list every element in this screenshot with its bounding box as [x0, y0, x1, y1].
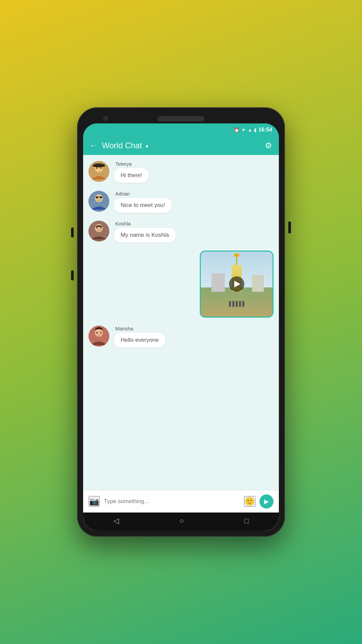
message-sender: Marisha — [114, 326, 165, 331]
message-content: Koshla My name is Koshla — [114, 221, 176, 243]
svg-point-14 — [96, 227, 98, 228]
svg-point-15 — [100, 227, 102, 228]
avatar[interactable] — [88, 221, 109, 241]
play-button[interactable] — [229, 276, 244, 292]
message-row: Teterya Hi there! — [88, 161, 274, 183]
message-bubble[interactable]: Nice to meet you! — [114, 198, 172, 213]
play-triangle-icon — [234, 281, 240, 287]
svg-point-7 — [95, 194, 103, 202]
nav-recent-button[interactable]: □ — [244, 517, 249, 525]
input-bar: 📷 🙂 ▶ — [83, 490, 279, 513]
send-button[interactable]: ▶ — [259, 494, 274, 508]
svg-point-17 — [95, 329, 103, 337]
message-bubble[interactable]: Hello everyone — [114, 333, 165, 347]
message-text: My name is Koshla — [121, 232, 169, 238]
message-bubble[interactable]: My name is Koshla — [114, 228, 176, 243]
nav-home-button[interactable]: ○ — [179, 517, 184, 525]
volume-down-button[interactable] — [71, 270, 74, 280]
message-text: Hello everyone — [121, 337, 159, 343]
speaker-grill — [158, 116, 204, 121]
avatar[interactable] — [88, 326, 109, 346]
message-input[interactable] — [104, 498, 240, 505]
message-bubble[interactable]: Hi there! — [114, 168, 149, 183]
svg-rect-3 — [93, 165, 105, 167]
emoji-button[interactable]: 🙂 — [244, 496, 255, 507]
phone-notch — [83, 113, 279, 123]
battery-icon: ▮ — [254, 127, 256, 132]
chat-area: Teterya Hi there! — [83, 155, 279, 490]
front-camera — [103, 116, 108, 121]
message-row: Adrian Nice to meet you! — [88, 191, 274, 213]
avatar-initials — [88, 161, 109, 182]
message-content: Teterya Hi there! — [114, 161, 149, 183]
back-button[interactable]: ← — [90, 141, 97, 150]
nav-back-button[interactable]: ◁ — [113, 517, 119, 525]
header-title: World Chat ▲ — [102, 141, 260, 150]
navigation-bar: ◁ ○ □ — [83, 513, 279, 531]
message-sender: Teterya — [114, 161, 149, 167]
avatar[interactable] — [88, 161, 109, 182]
alarm-icon: ⏰ — [234, 127, 239, 132]
video-message[interactable] — [200, 251, 274, 318]
phone-device: ⏰ ▼ ▲ ▮ 16:54 ← World Chat ▲ ⚙ — [77, 107, 285, 537]
video-bubble-tail — [268, 317, 273, 318]
settings-button[interactable]: ⚙ — [265, 141, 272, 150]
svg-rect-10 — [96, 197, 99, 198]
svg-point-18 — [96, 332, 98, 333]
signal-icon: ▲ — [248, 127, 252, 132]
message-row: Koshla My name is Koshla — [88, 221, 274, 243]
svg-point-5 — [100, 167, 102, 169]
svg-rect-11 — [99, 197, 102, 198]
camera-icon: 📷 — [89, 497, 99, 506]
svg-point-4 — [96, 167, 98, 169]
emoji-icon: 🙂 — [245, 497, 255, 506]
phone-screen: ⏰ ▼ ▲ ▮ 16:54 ← World Chat ▲ ⚙ — [83, 123, 279, 531]
message-content: Adrian Nice to meet you! — [114, 191, 172, 213]
avatar[interactable] — [88, 191, 109, 212]
dropdown-arrow-icon[interactable]: ▲ — [145, 143, 149, 148]
chat-title-text: World Chat — [102, 141, 142, 150]
app-header: ← World Chat ▲ ⚙ — [83, 136, 279, 155]
message-sender: Koshla — [114, 221, 176, 226]
power-button[interactable] — [288, 221, 291, 233]
message-text: Nice to meet you! — [121, 202, 165, 208]
message-content: Marisha Hello everyone — [114, 326, 165, 347]
svg-point-19 — [100, 332, 102, 333]
send-icon: ▶ — [264, 498, 269, 505]
camera-button[interactable]: 📷 — [88, 496, 100, 507]
status-bar: ⏰ ▼ ▲ ▮ 16:54 — [83, 123, 279, 136]
own-message-area — [200, 251, 274, 318]
message-row: Marisha Hello everyone — [88, 326, 274, 347]
status-time: 16:54 — [258, 127, 272, 133]
volume-up-button[interactable] — [71, 227, 74, 237]
message-text: Hi there! — [121, 172, 142, 178]
message-sender: Adrian — [114, 191, 172, 197]
status-icons: ⏰ ▼ ▲ ▮ 16:54 — [234, 127, 272, 133]
wifi-icon: ▼ — [241, 127, 246, 132]
